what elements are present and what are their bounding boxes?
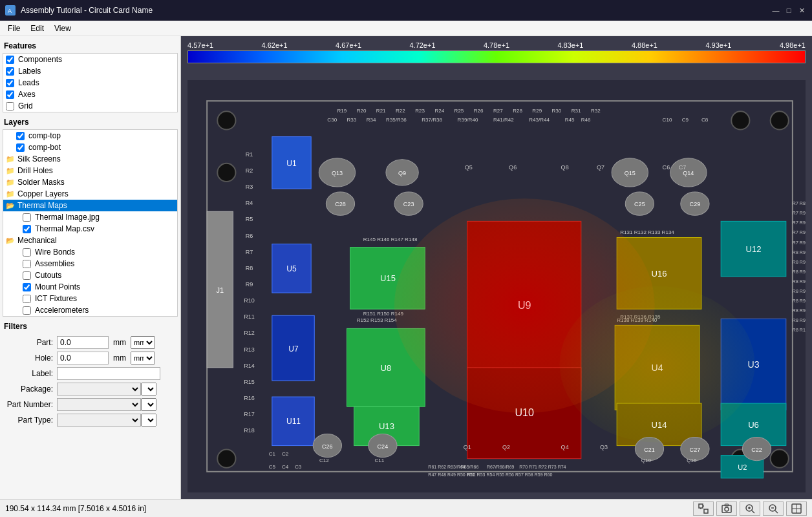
menu-view[interactable]: View — [49, 23, 76, 34]
filter-parttype-select[interactable] — [57, 414, 141, 427]
filter-label-label: Label: — [5, 369, 57, 378]
layer-thermal-image-checkbox[interactable] — [23, 213, 31, 222]
svg-text:R5: R5 — [246, 216, 253, 222]
fit-view-button[interactable] — [693, 501, 714, 516]
svg-text:C7: C7 — [679, 164, 687, 171]
feature-leads-checkbox[interactable] — [6, 79, 14, 87]
layer-thermal-maps[interactable]: 📂 Thermal Maps — [3, 200, 177, 211]
feature-leads[interactable]: Leads — [3, 77, 177, 89]
svg-text:R65/R66: R65/R66 — [461, 465, 479, 469]
filter-package-arrow[interactable]: ▼ — [141, 383, 156, 396]
feature-components[interactable]: Components — [3, 54, 177, 65]
features-header: Features — [3, 39, 178, 53]
svg-text:U12: U12 — [745, 244, 761, 254]
filter-hole-input[interactable] — [57, 352, 109, 364]
svg-text:Q16: Q16 — [687, 458, 697, 463]
screenshot-button[interactable] — [716, 501, 737, 516]
svg-text:Q8: Q8 — [561, 164, 569, 171]
layer-wire-bonds-checkbox[interactable] — [23, 248, 31, 257]
layer-mechanical[interactable]: 📂 Mechanical — [3, 235, 177, 246]
layer-thermal-map-csv-checkbox[interactable] — [23, 225, 31, 233]
layer-thermal-image[interactable]: Thermal Image.jpg — [3, 211, 177, 223]
svg-text:C27: C27 — [690, 447, 701, 453]
filter-parttype-arrow[interactable]: ▼ — [141, 414, 156, 427]
feature-components-label: Components — [18, 55, 62, 64]
layer-comp-top[interactable]: comp-top — [3, 130, 177, 142]
feature-axes[interactable]: Axes — [3, 89, 177, 100]
svg-text:Q14: Q14 — [683, 170, 694, 176]
layer-mount-points[interactable]: Mount Points — [3, 281, 177, 293]
feature-grid[interactable]: Grid — [3, 100, 177, 112]
layer-drill-holes[interactable]: 📁 Drill Holes — [3, 165, 177, 176]
canvas-area[interactable]: 4.57e+1 4.62e+1 4.67e+1 4.72e+1 4.78e+1 … — [181, 36, 812, 499]
minimize-button[interactable]: — — [771, 5, 781, 16]
zoom-out-button[interactable] — [763, 501, 784, 516]
colorbar-label-5: 4.83e+1 — [557, 41, 583, 49]
feature-labels-checkbox[interactable] — [6, 67, 14, 76]
svg-rect-165 — [699, 504, 703, 508]
svg-text:R18: R18 — [244, 427, 255, 434]
layer-thermal-image-label: Thermal Image.jpg — [35, 213, 100, 222]
layer-accelerometers-checkbox[interactable] — [23, 306, 31, 315]
svg-text:C10: C10 — [663, 117, 672, 123]
pcb-svg[interactable]: J1 R1 R2 R3 R4 R5 R6 R7 R8 R9 R10 — [187, 80, 806, 492]
svg-text:R8: R8 — [246, 265, 253, 271]
filter-part-unit-select[interactable]: mm — [131, 336, 155, 349]
svg-text:C23: C23 — [403, 201, 414, 207]
maximize-button[interactable]: □ — [784, 5, 794, 16]
filter-part-row: Part: mm mm — [5, 336, 175, 349]
filter-hole-unit: mm — [110, 353, 129, 363]
filter-partnumber-arrow[interactable]: ▼ — [141, 398, 156, 411]
svg-text:U8: U8 — [381, 363, 392, 373]
layer-cutouts[interactable]: Cutouts — [3, 269, 177, 281]
filter-hole-unit-select[interactable]: mm — [131, 352, 155, 364]
filter-package-select[interactable] — [57, 383, 141, 396]
layer-comp-bot-checkbox[interactable] — [16, 143, 25, 152]
window-controls: — □ ✕ — [771, 5, 807, 16]
layer-assemblies-checkbox[interactable] — [23, 260, 31, 268]
svg-text:R6: R6 — [246, 233, 253, 239]
close-button[interactable]: ✕ — [796, 5, 807, 16]
layer-ict-fixtures-checkbox[interactable] — [23, 295, 31, 303]
filter-part-input[interactable] — [57, 336, 109, 349]
layer-solder-masks[interactable]: 📁 Solder Masks — [3, 176, 177, 188]
filter-partnumber-select[interactable] — [57, 398, 141, 411]
svg-point-170 — [725, 507, 729, 511]
menu-file[interactable]: File — [3, 23, 25, 34]
layer-comp-top-label: comp-top — [28, 131, 61, 140]
svg-line-177 — [775, 511, 778, 513]
svg-text:U5: U5 — [286, 264, 297, 273]
svg-text:Q13: Q13 — [332, 170, 343, 176]
svg-text:R12: R12 — [244, 330, 255, 336]
layer-thermal-map-csv[interactable]: Thermal Map.csv — [3, 223, 177, 235]
feature-axes-checkbox[interactable] — [6, 90, 14, 99]
svg-line-173 — [752, 511, 754, 513]
layer-assemblies[interactable]: Assemblies — [3, 258, 177, 269]
svg-text:R8 R9 R10/R11/R26: R8 R9 R10/R11/R26 — [793, 289, 806, 293]
reset-view-button[interactable] — [786, 501, 807, 516]
filter-label-input[interactable] — [57, 367, 160, 380]
layer-mount-points-checkbox[interactable] — [23, 283, 31, 291]
colorbar-label-8: 4.98e+1 — [780, 41, 806, 49]
feature-components-checkbox[interactable] — [6, 56, 14, 64]
svg-point-164 — [560, 286, 755, 443]
svg-text:J1: J1 — [216, 286, 224, 294]
svg-text:C29: C29 — [690, 201, 701, 207]
svg-text:R24: R24 — [434, 108, 444, 114]
svg-text:R152 R153 R154: R152 R153 R154 — [357, 317, 398, 323]
feature-grid-checkbox[interactable] — [6, 102, 14, 111]
svg-text:U15: U15 — [380, 273, 396, 283]
layer-ict-fixtures[interactable]: ICT Fixtures — [3, 293, 177, 304]
titlebar: A Assembly Tutorial - Circuit Card Name … — [0, 0, 812, 21]
layer-copper-layers[interactable]: 📁 Copper Layers — [3, 188, 177, 200]
menu-edit[interactable]: Edit — [25, 23, 49, 34]
layer-comp-bot[interactable]: comp-bot — [3, 142, 177, 153]
layer-wire-bonds[interactable]: Wire Bonds — [3, 246, 177, 258]
layer-accelerometers[interactable]: Accelerometers — [3, 304, 177, 316]
layer-cutouts-checkbox[interactable] — [23, 271, 31, 280]
layer-silk-screens[interactable]: 📁 Silk Screens — [3, 153, 177, 165]
zoom-in-button[interactable] — [740, 501, 760, 516]
pcb-canvas[interactable]: J1 R1 R2 R3 R4 R5 R6 R7 R8 R9 R10 — [187, 80, 806, 492]
layer-comp-top-checkbox[interactable] — [16, 132, 25, 140]
feature-labels[interactable]: Labels — [3, 65, 177, 77]
